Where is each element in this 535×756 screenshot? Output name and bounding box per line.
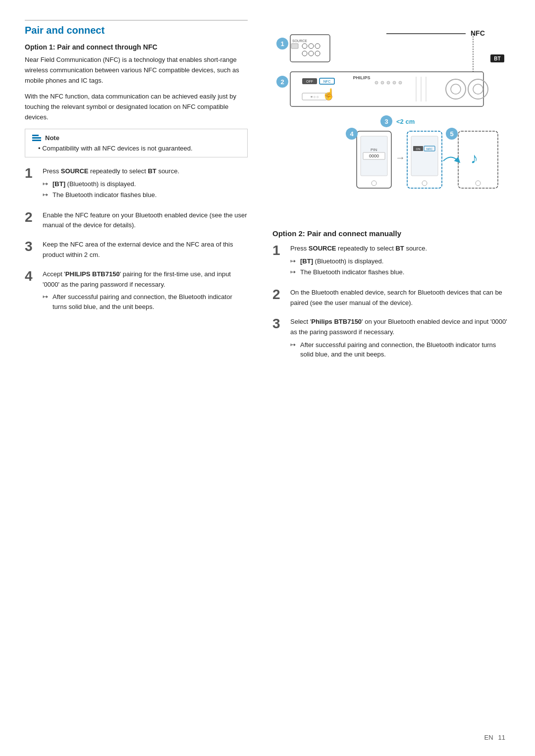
- o2-step-content-3: Select 'Philips BTB7150' on your Bluetoo…: [290, 317, 510, 361]
- o2-bullet-1-1: [BT] (Bluetooth) is displayed.: [290, 256, 510, 266]
- footer-lang: EN: [484, 734, 493, 741]
- diagram-area: NFC 1 SOURCE BT: [272, 20, 510, 219]
- note-header: Note: [32, 134, 240, 142]
- step-4-bullets: After successful pairing and connection,…: [43, 292, 248, 311]
- step-content-1: Press SOURCE repeatedly to select BT sou…: [43, 166, 248, 202]
- footer-page: 11: [498, 734, 505, 741]
- option2-title: Option 2: Pair and connect manually: [272, 229, 510, 238]
- step-2: 2 Enable the NFC feature on your Bluetoo…: [25, 210, 248, 231]
- svg-point-16: [381, 81, 384, 84]
- step-number-2: 2: [25, 210, 36, 224]
- step-3: 3 Keep the NFC area of the external devi…: [25, 240, 248, 260]
- section-title: Pair and connect: [25, 20, 248, 36]
- o2-step-3: 3 Select 'Philips BTB7150' on your Bluet…: [272, 317, 510, 361]
- option2-steps: 1 Press SOURCE repeatedly to select BT s…: [272, 244, 510, 361]
- svg-text:SOURCE: SOURCE: [292, 39, 307, 43]
- svg-point-8: [302, 51, 307, 56]
- svg-text:4: 4: [350, 130, 354, 138]
- svg-point-7: [315, 44, 320, 49]
- step-content-4: Accept 'PHILIPS BTB7150' pairing for the…: [43, 269, 248, 313]
- svg-text:NFC: NFC: [427, 148, 433, 151]
- svg-text:2: 2: [280, 78, 284, 86]
- svg-point-41: [372, 181, 376, 186]
- left-column: Pair and connect Option 1: Pair and conn…: [25, 20, 253, 371]
- option1-steps: 1 Press SOURCE repeatedly to select BT s…: [25, 166, 248, 313]
- note-box: Note Compatibility with all NFC devices …: [25, 129, 248, 157]
- o2-step-1-bullets: [BT] (Bluetooth) is displayed. The Bluet…: [290, 256, 510, 277]
- svg-text:PHILIPS: PHILIPS: [353, 75, 370, 80]
- note-item: Compatibility with all NFC devices is no…: [38, 145, 240, 152]
- nfc-label: NFC: [471, 29, 485, 37]
- svg-text:♪: ♪: [471, 150, 478, 166]
- step-number-4: 4: [25, 269, 36, 283]
- svg-point-10: [315, 51, 320, 56]
- svg-rect-4: [291, 44, 298, 49]
- step-1-bullets: [BT] (Bluetooth) is displayed. The Bluet…: [43, 179, 248, 200]
- page-footer: EN 11: [484, 734, 505, 741]
- svg-point-54: [476, 181, 481, 186]
- note-icon: [32, 135, 41, 141]
- step-1: 1 Press SOURCE repeatedly to select BT s…: [25, 166, 248, 202]
- o2-step-2: 2 On the Bluetooth enabled device, searc…: [272, 288, 510, 308]
- o2-step-content-2: On the Bluetooth enabled device, search …: [290, 288, 510, 308]
- o2-bullet-3-1: After successful pairing and connection,…: [290, 340, 510, 359]
- step3-dist: <2 cm: [396, 118, 415, 125]
- svg-point-5: [302, 44, 307, 49]
- svg-point-17: [387, 81, 390, 84]
- o2-step-number-2: 2: [272, 288, 283, 302]
- svg-point-9: [309, 51, 314, 56]
- svg-point-50: [422, 181, 427, 186]
- svg-text:5: 5: [450, 130, 453, 138]
- svg-rect-45: [411, 136, 438, 176]
- option1-title: Option 1: Pair and connect through NFC: [25, 43, 248, 51]
- step-number-3: 3: [25, 240, 36, 253]
- svg-text:3: 3: [384, 118, 388, 125]
- svg-point-18: [393, 81, 396, 84]
- note-list: Compatibility with all NFC devices is no…: [32, 145, 240, 152]
- svg-point-15: [375, 81, 378, 84]
- step-content-3: Keep the NFC area of the external device…: [43, 240, 248, 260]
- o2-step-content-1: Press SOURCE repeatedly to select BT sou…: [290, 244, 510, 279]
- svg-text:1: 1: [280, 40, 284, 48]
- right-column: NFC 1 SOURCE BT: [268, 20, 510, 371]
- note-label: Note: [45, 134, 59, 142]
- o2-step-number-1: 1: [272, 244, 283, 257]
- option1-desc2: With the NFC function, data communicatio…: [25, 92, 248, 122]
- svg-point-19: [399, 81, 402, 84]
- svg-text:BT: BT: [494, 56, 500, 61]
- svg-text:ON: ON: [416, 148, 421, 151]
- svg-text:→: →: [395, 152, 405, 163]
- svg-text:≡ ○ ○: ≡ ○ ○: [311, 95, 319, 99]
- option1-desc1: Near Field Communication (NFC) is a tech…: [25, 55, 248, 86]
- svg-rect-52: [458, 131, 498, 188]
- step-4: 4 Accept 'PHILIPS BTB7150' pairing for t…: [25, 269, 248, 313]
- svg-rect-13: [290, 72, 483, 106]
- step-number-1: 1: [25, 166, 36, 180]
- svg-text:PIN: PIN: [371, 148, 377, 152]
- o2-step-3-bullets: After successful pairing and connection,…: [290, 340, 510, 359]
- bullet-1-2: The Bluetooth indicator flashes blue.: [43, 190, 248, 200]
- o2-step-number-3: 3: [272, 317, 283, 331]
- svg-point-33: [473, 84, 483, 94]
- bullet-1-1: [BT] (Bluetooth) is displayed.: [43, 179, 248, 189]
- svg-text:0000: 0000: [369, 153, 379, 158]
- svg-point-31: [451, 84, 461, 94]
- svg-point-32: [468, 79, 488, 99]
- diagram-svg: NFC 1 SOURCE BT: [272, 25, 510, 213]
- svg-point-30: [446, 79, 466, 99]
- svg-point-6: [309, 44, 314, 49]
- step-content-2: Enable the NFC feature on your Bluetooth…: [43, 210, 248, 231]
- o2-step-1: 1 Press SOURCE repeatedly to select BT s…: [272, 244, 510, 279]
- svg-text:☝: ☝: [322, 88, 336, 101]
- o2-bullet-1-2: The Bluetooth indicator flashes blue.: [290, 267, 510, 277]
- svg-text:NFC: NFC: [323, 80, 330, 83]
- svg-text:OFF: OFF: [306, 80, 313, 83]
- bullet-4-1: After successful pairing and connection,…: [43, 292, 248, 311]
